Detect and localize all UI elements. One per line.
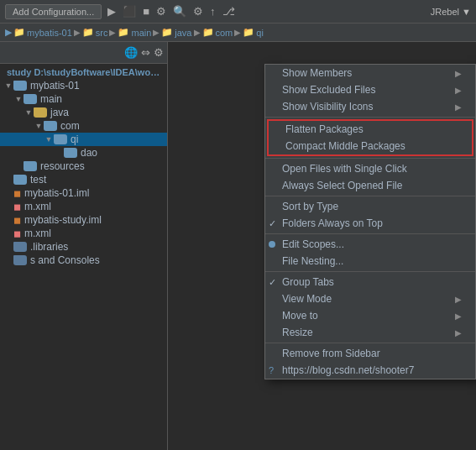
tree-label: mybatis-01 — [30, 80, 80, 92]
menu-item-show-excluded[interactable]: Show Excluded Files ▶ — [265, 81, 475, 98]
menu-label: Show Members — [282, 67, 352, 79]
tree-item-xml1[interactable]: ◼ m.xml — [0, 200, 167, 213]
context-menu: Show Members ▶ Show Excluded Files ▶ Sho… — [264, 64, 476, 379]
breadcrumb-item-src[interactable]: 📁 src — [82, 27, 108, 38]
check-area: ? — [269, 365, 282, 375]
project-label: study D:\studyBoftware\IDEA\workspaces\ — [0, 65, 167, 79]
vcs-icon[interactable]: ↑ — [207, 3, 218, 19]
toolbar: Add Configuration... ▶ ⬛ ■ ⚙ 🔍 ⚙ ↑ ⎇ JRe… — [0, 0, 476, 24]
menu-item-help[interactable]: ? https://blog.csdn.net/shooter7 — [265, 362, 475, 379]
tree-item-libraries[interactable]: .libraries — [0, 240, 167, 254]
main-layout: 🌐 ⇔ ⚙ study D:\studyBoftware\IDEA\worksp… — [0, 42, 476, 450]
xml-icon-2: ◼ — [13, 228, 21, 239]
file-icon-2: ◼ — [13, 215, 21, 226]
menu-item-resize[interactable]: Resize ▶ — [265, 324, 475, 341]
sidebar-toolbar: 🌐 ⇔ ⚙ — [0, 42, 167, 64]
search-icon[interactable]: 🔍 — [170, 3, 189, 19]
tree-item-consoles[interactable]: s and Consoles — [0, 254, 167, 267]
folder-icon — [54, 134, 67, 144]
chevron-icon: ▶ — [5, 27, 12, 38]
tree-label: mybatis-study.iml — [24, 214, 102, 226]
tree-item-java[interactable]: ▼ java — [0, 106, 167, 119]
user-menu[interactable]: JRebel ▼ — [431, 7, 471, 17]
consoles-folder-icon — [13, 255, 27, 265]
stop-icon[interactable]: ■ — [140, 3, 152, 19]
menu-divider-5 — [265, 271, 475, 272]
tree-label: resources — [40, 160, 85, 172]
tree-arrow: ▼ — [13, 95, 24, 103]
tree-label: m.xml — [24, 228, 51, 239]
xml-icon: ◼ — [13, 201, 21, 212]
breadcrumb-item-main[interactable]: 📁 main — [118, 27, 151, 38]
git-icon[interactable]: ⎇ — [220, 3, 238, 19]
context-menu-area: Show Members ▶ Show Excluded Files ▶ Sho… — [168, 42, 476, 450]
tree-arrow: ▼ — [34, 122, 44, 130]
check-area — [269, 241, 282, 248]
tree-item-xml2[interactable]: ◼ m.xml — [0, 227, 167, 240]
tree-item-com[interactable]: ▼ com — [0, 119, 167, 133]
debug-icon[interactable]: ⬛ — [120, 3, 139, 19]
run-icon[interactable]: ▶ — [105, 3, 118, 19]
tree-item-qi[interactable]: ▼ qi — [0, 133, 167, 146]
breadcrumb: ▶ 📁 mybatis-01 ▶ 📁 src ▶ 📁 main ▶ 📁 java… — [0, 24, 476, 42]
menu-divider-4 — [265, 233, 475, 234]
menu-label: Show Visibility Icons — [282, 101, 374, 112]
menu-item-view-mode[interactable]: View Mode ▶ — [265, 290, 475, 307]
add-config-button[interactable]: Add Configuration... — [5, 4, 102, 19]
menu-label: Move to — [282, 310, 318, 322]
breadcrumb-sep-2: ▶ — [109, 28, 116, 37]
menu-item-folders-top[interactable]: ✓ Folders Always on Top — [265, 215, 475, 232]
tree-label: test — [30, 174, 46, 186]
menu-label: Resize — [282, 327, 313, 338]
menu-item-remove-sidebar[interactable]: Remove from Sidebar — [265, 345, 475, 362]
menu-item-file-nesting[interactable]: File Nesting... — [265, 253, 475, 269]
menu-label: Always Select Opened File — [282, 180, 402, 191]
tree-item-resources[interactable]: resources — [0, 160, 167, 173]
menu-item-show-visibility[interactable]: Show Visibility Icons ▶ — [265, 98, 475, 115]
tree-item-dao[interactable]: dao — [0, 146, 167, 160]
tree-label: main — [40, 93, 62, 105]
tree-item-study-iml[interactable]: ◼ mybatis-study.iml — [0, 213, 167, 227]
submenu-arrow-icon: ▶ — [455, 86, 462, 95]
menu-item-always-select[interactable]: Always Select Opened File — [265, 177, 475, 194]
settings-icon[interactable]: ⚙ — [154, 46, 164, 59]
breadcrumb-item-com[interactable]: 📁 com — [202, 27, 233, 38]
submenu-arrow-icon: ▶ — [455, 328, 462, 338]
globe-icon[interactable]: 🌐 — [124, 46, 138, 59]
folder-icon — [13, 175, 27, 185]
menu-item-open-single-click[interactable]: Open Files with Single Click — [265, 160, 475, 177]
folder-small-icon: 📁 — [13, 27, 25, 38]
tree-item-iml[interactable]: ◼ mybatis-01.iml — [0, 186, 167, 200]
menu-label: File Nesting... — [282, 255, 343, 267]
collapse-icon[interactable]: ⇔ — [141, 46, 150, 59]
menu-label: Open Files with Single Click — [282, 163, 407, 175]
breadcrumb-item-qi[interactable]: 📁 qi — [243, 27, 264, 38]
submenu-arrow-icon: ▶ — [455, 102, 462, 112]
menu-item-move-to[interactable]: Move to ▶ — [265, 307, 475, 324]
breadcrumb-item-java[interactable]: 📁 java — [161, 27, 191, 38]
submenu-arrow-icon: ▶ — [455, 69, 462, 78]
breadcrumb-item-mybatis[interactable]: ▶ 📁 mybatis-01 — [5, 27, 72, 38]
menu-item-group-tabs[interactable]: ✓ Group Tabs — [265, 274, 475, 290]
tree-label: qi — [71, 133, 78, 145]
gear-icon[interactable]: ⚙ — [191, 3, 206, 19]
menu-item-flatten-packages[interactable]: Flatten Packages — [269, 121, 472, 138]
menu-label: Show Excluded Files — [282, 84, 375, 96]
tree-item-main[interactable]: ▼ main — [0, 92, 167, 106]
tree-item-mybatis01[interactable]: ▼ mybatis-01 — [0, 79, 167, 92]
toolbar-icons: ▶ ⬛ ■ ⚙ 🔍 ⚙ ↑ ⎇ — [105, 3, 237, 19]
menu-item-compact-middle[interactable]: Compact Middle Packages — [269, 138, 472, 154]
menu-item-show-members[interactable]: Show Members ▶ — [265, 65, 475, 81]
folder-icon-yellow — [34, 107, 47, 118]
build-icon[interactable]: ⚙ — [154, 3, 169, 19]
menu-divider-2 — [265, 158, 475, 159]
menu-item-sort-type[interactable]: Sort by Type — [265, 198, 475, 215]
submenu-arrow-icon: ▶ — [455, 295, 462, 304]
menu-label: Remove from Sidebar — [282, 348, 380, 359]
menu-label: Compact Middle Packages — [285, 140, 405, 152]
checkmark-icon-2: ✓ — [269, 277, 276, 288]
menu-label: Edit Scopes... — [282, 238, 344, 250]
tree-item-test[interactable]: test — [0, 173, 167, 186]
tree-label: m.xml — [24, 201, 51, 212]
menu-item-edit-scopes[interactable]: Edit Scopes... — [265, 236, 475, 253]
